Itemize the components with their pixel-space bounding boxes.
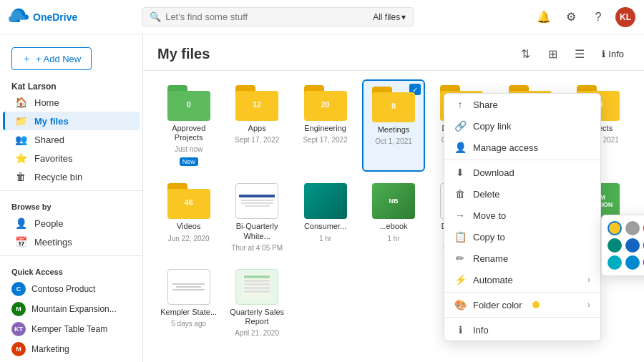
cm-share-icon: ↑ bbox=[454, 99, 466, 110]
cm-delete[interactable]: 🗑 Delete bbox=[444, 183, 600, 205]
list-view-icon[interactable]: ☰ bbox=[569, 43, 590, 64]
color-gray[interactable] bbox=[625, 221, 640, 235]
help-icon[interactable]: ? bbox=[588, 7, 608, 27]
file-name-apps: Apps bbox=[248, 124, 266, 133]
color-blue2[interactable] bbox=[625, 255, 640, 270]
favorites-icon: ⭐ bbox=[14, 152, 27, 164]
sidebar-item-home[interactable]: 🏠 Home bbox=[3, 93, 140, 112]
qa-avatar-mountain: M bbox=[11, 302, 26, 316]
qa-avatar-marketing: M bbox=[11, 342, 26, 356]
cm-moveto-label: Move to bbox=[473, 210, 506, 221]
folder-icon-meetings: 8 bbox=[372, 87, 415, 122]
svg-rect-1 bbox=[244, 275, 270, 278]
file-item-approved[interactable]: 0 Approved Projects Just now New bbox=[157, 79, 220, 172]
cm-rename-icon: ✏ bbox=[454, 253, 466, 264]
file-item-meetings[interactable]: 8 Meetings Oct 1, 2021 bbox=[362, 79, 424, 172]
file-item-quarterlysales[interactable]: Quarterly Sales Report April 21, 2020 bbox=[225, 263, 288, 343]
file-thumb-biquarterly bbox=[235, 183, 278, 219]
file-date-videos: Jun 22, 2020 bbox=[168, 235, 210, 243]
file-item-kemplerstate[interactable]: Kempler State... 5 days ago bbox=[157, 263, 220, 343]
main-layout: ＋ + Add New Kat Larson 🏠 Home 📁 My files… bbox=[0, 34, 644, 362]
new-badge-approved: New bbox=[180, 157, 198, 166]
file-date-kemplerstate: 5 days ago bbox=[171, 320, 206, 328]
user-avatar[interactable]: KL bbox=[615, 7, 635, 27]
file-name-videos: Videos bbox=[177, 222, 200, 231]
cm-info[interactable]: ℹ Info bbox=[444, 319, 600, 341]
folder-badge-videos: 46 bbox=[185, 199, 193, 207]
search-filter[interactable]: All files ▾ bbox=[373, 12, 406, 22]
qa-label-contoso: Contoso Product bbox=[31, 284, 95, 294]
cm-download-label: Download bbox=[473, 167, 514, 178]
sidebar-username: Kat Larson bbox=[0, 76, 142, 93]
cm-copyto-label: Copy to bbox=[473, 232, 505, 243]
cm-rename[interactable]: ✏ Rename bbox=[444, 248, 600, 269]
file-date-approved: Just now bbox=[175, 145, 203, 153]
file-name-biquarterly: Bi-Quarterly White... bbox=[228, 222, 285, 240]
color-cyan[interactable] bbox=[608, 255, 622, 270]
qa-item-marketing[interactable]: M Marketing bbox=[0, 339, 142, 359]
qa-item-contoso[interactable]: C Contoso Product bbox=[0, 279, 142, 299]
search-bar[interactable]: 🔍 All files ▾ bbox=[142, 7, 414, 26]
header-actions: ⇅ ⊞ ☰ ℹ Info bbox=[514, 43, 630, 64]
color-teal[interactable] bbox=[608, 238, 622, 253]
cm-copyto-icon: 📋 bbox=[454, 231, 466, 243]
file-name-quarterlysales: Quarterly Sales Report bbox=[228, 308, 285, 326]
info-button[interactable]: ℹ Info bbox=[596, 46, 630, 62]
file-date-quarterlysales: April 21, 2020 bbox=[235, 329, 279, 337]
meetings-icon: 📅 bbox=[14, 236, 27, 248]
color-grid bbox=[608, 221, 644, 270]
qa-item-kemper[interactable]: KT Kemper Table Team bbox=[0, 319, 142, 339]
home-icon: 🏠 bbox=[14, 97, 27, 108]
color-blue[interactable] bbox=[625, 238, 640, 253]
onedrive-logo-icon bbox=[9, 7, 29, 27]
search-icon: 🔍 bbox=[150, 11, 161, 22]
cm-copy-link[interactable]: 🔗 Copy link bbox=[444, 115, 600, 137]
file-date-apps: Sept 17, 2022 bbox=[235, 136, 279, 144]
app-logo[interactable]: OneDrive bbox=[9, 7, 77, 27]
myfiles-icon: 📁 bbox=[14, 115, 27, 127]
cm-divider-1 bbox=[444, 160, 600, 160]
cm-move-to[interactable]: → Move to bbox=[444, 205, 600, 226]
file-name-meetings: Meetings bbox=[378, 125, 410, 134]
plus-icon: ＋ bbox=[22, 52, 31, 65]
cm-foldercolor-icon: 🎨 bbox=[454, 299, 466, 310]
file-item-engineering[interactable]: 20 Engineering Sept 17, 2022 bbox=[294, 79, 356, 172]
sidebar-item-myfiles[interactable]: 📁 My files bbox=[3, 112, 140, 130]
content-area: My files ⇅ ⊞ ☰ ℹ Info 0 Approved Project bbox=[143, 34, 644, 362]
add-new-button[interactable]: ＋ + Add New bbox=[11, 47, 92, 70]
file-item-videos[interactable]: 46 Videos Jun 22, 2020 bbox=[157, 177, 220, 257]
file-item-notebook[interactable]: NB ...ebook 1 hr bbox=[362, 177, 424, 257]
info-icon: ℹ bbox=[602, 49, 605, 59]
search-input[interactable] bbox=[165, 11, 369, 22]
sidebar-item-meetings[interactable]: 📅 Meetings bbox=[3, 233, 140, 251]
cm-copylink-label: Copy link bbox=[473, 121, 511, 132]
cm-automate[interactable]: ⚡ Automate › bbox=[444, 269, 600, 290]
cm-share[interactable]: ↑ Share bbox=[444, 94, 600, 115]
sidebar-people-label: People bbox=[34, 218, 63, 229]
cm-divider-2 bbox=[444, 292, 600, 293]
grid-view-icon[interactable]: ⊞ bbox=[542, 43, 563, 64]
qa-item-mountain[interactable]: M Mountain Expansion... bbox=[0, 299, 142, 319]
qa-avatar-kemper: KT bbox=[11, 322, 26, 336]
sidebar-item-favorites[interactable]: ⭐ Favorites bbox=[3, 149, 140, 167]
file-item-biquarterly[interactable]: Bi-Quarterly White... Thur at 4:05 PM bbox=[225, 177, 288, 257]
sort-icon[interactable]: ⇅ bbox=[514, 43, 536, 64]
sidebar-shared-label: Shared bbox=[34, 134, 64, 145]
cm-delete-label: Delete bbox=[473, 189, 500, 200]
sidebar-item-people[interactable]: 👤 People bbox=[3, 214, 140, 233]
sidebar-item-recycle[interactable]: 🗑 Recycle bin bbox=[3, 167, 140, 186]
sidebar-item-shared[interactable]: 👥 Shared bbox=[3, 130, 140, 149]
file-item-apps[interactable]: 12 Apps Sept 17, 2022 bbox=[225, 79, 288, 172]
cm-download[interactable]: ⬇ Download bbox=[444, 162, 600, 183]
browse-by-title: Browse by bbox=[0, 195, 142, 214]
color-yellow[interactable] bbox=[608, 221, 622, 235]
notification-icon[interactable]: 🔔 bbox=[534, 7, 554, 27]
people-icon: 👤 bbox=[14, 217, 27, 229]
cm-copy-to[interactable]: 📋 Copy to bbox=[444, 226, 600, 248]
more-places-link[interactable]: More places... bbox=[0, 359, 142, 362]
cm-manage-access[interactable]: 👤 Manage access bbox=[444, 137, 600, 158]
file-item-consumer[interactable]: Consumer... 1 hr bbox=[294, 177, 356, 257]
file-name-engineering: Engineering bbox=[304, 124, 346, 133]
cm-folder-color[interactable]: 🎨 Folder color › bbox=[444, 294, 600, 315]
settings-icon[interactable]: ⚙ bbox=[561, 7, 581, 27]
